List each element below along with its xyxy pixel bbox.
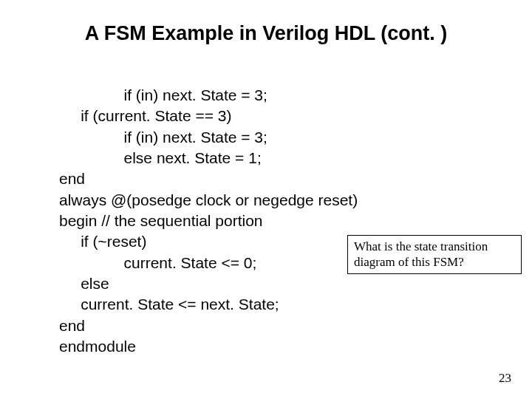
code-line: end [59,317,85,334]
code-line: current. State <= next. State; [59,296,279,313]
code-line: current. State <= 0; [59,254,256,271]
code-line: end [59,170,85,187]
code-line: if (~reset) [59,233,146,250]
slide: A FSM Example in Verilog HDL (cont. ) if… [0,0,532,399]
callout-line: What is the state transition [354,239,488,253]
page-number: 23 [499,371,511,386]
code-line: if (current. State == 3) [59,107,231,124]
code-line: else next. State = 1; [59,149,262,166]
code-line: else [59,275,109,292]
code-line: if (in) next. State = 3; [59,129,267,146]
code-block: if (in) next. State = 3; if (current. St… [59,85,358,357]
slide-title: A FSM Example in Verilog HDL (cont. ) [0,22,532,45]
callout-box: What is the state transition diagram of … [347,235,522,274]
code-line: endmodule [59,338,136,355]
code-line: begin // the sequential portion [59,212,263,229]
code-line: if (in) next. State = 3; [59,86,267,103]
callout-line: diagram of this FSM? [354,255,464,269]
code-line: always @(posedge clock or negedge reset) [59,191,358,208]
